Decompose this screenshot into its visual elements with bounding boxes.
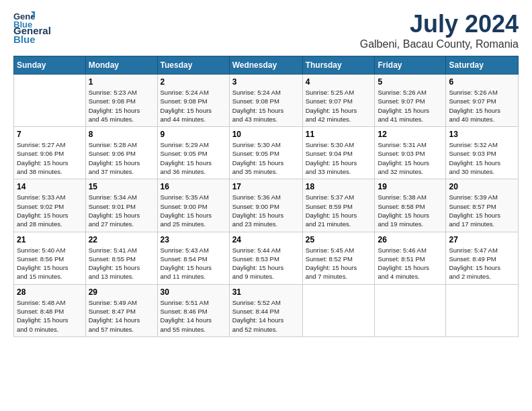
- day-number: 10: [232, 130, 300, 139]
- day-info: Sunrise: 5:52 AMSunset: 8:44 PMDaylight:…: [232, 298, 300, 334]
- calendar-cell: [302, 284, 375, 336]
- header-monday: Monday: [85, 56, 157, 75]
- week-row-3: 14Sunrise: 5:33 AMSunset: 9:02 PMDayligh…: [14, 179, 519, 232]
- day-info: Sunrise: 5:31 AMSunset: 9:03 PMDaylight:…: [378, 140, 443, 176]
- day-info: Sunrise: 5:28 AMSunset: 9:06 PMDaylight:…: [89, 140, 154, 176]
- day-info: Sunrise: 5:23 AMSunset: 9:08 PMDaylight:…: [89, 88, 154, 124]
- day-info: Sunrise: 5:43 AMSunset: 8:54 PMDaylight:…: [161, 246, 226, 281]
- calendar-cell: 6Sunrise: 5:26 AMSunset: 9:07 PMDaylight…: [446, 75, 519, 127]
- calendar-cell: 18Sunrise: 5:37 AMSunset: 8:59 PMDayligh…: [302, 179, 375, 232]
- calendar-cell: 17Sunrise: 5:36 AMSunset: 9:00 PMDayligh…: [229, 179, 302, 232]
- calendar-cell: 20Sunrise: 5:39 AMSunset: 8:57 PMDayligh…: [446, 179, 519, 232]
- logo: General Blue General Blue: [13, 10, 51, 45]
- day-number: 8: [89, 130, 154, 139]
- logo-blue: Blue: [13, 34, 51, 45]
- day-number: 2: [161, 77, 226, 87]
- day-number: 15: [89, 182, 154, 191]
- day-info: Sunrise: 5:25 AMSunset: 9:07 PMDaylight:…: [306, 88, 372, 124]
- day-number: 22: [89, 235, 154, 244]
- day-number: 18: [306, 182, 372, 191]
- calendar-cell: 21Sunrise: 5:40 AMSunset: 8:56 PMDayligh…: [14, 232, 86, 284]
- day-number: 26: [378, 235, 443, 244]
- title-section: July 2024 Galbeni, Bacau County, Romania: [360, 10, 519, 50]
- day-info: Sunrise: 5:32 AMSunset: 9:03 PMDaylight:…: [449, 140, 515, 176]
- calendar-cell: 22Sunrise: 5:41 AMSunset: 8:55 PMDayligh…: [85, 232, 157, 284]
- calendar-cell: 1Sunrise: 5:23 AMSunset: 9:08 PMDaylight…: [85, 75, 157, 127]
- day-info: Sunrise: 5:46 AMSunset: 8:51 PMDaylight:…: [378, 246, 443, 281]
- day-info: Sunrise: 5:49 AMSunset: 8:47 PMDaylight:…: [89, 298, 154, 334]
- week-row-2: 7Sunrise: 5:27 AMSunset: 9:06 PMDaylight…: [14, 127, 519, 179]
- calendar-cell: 5Sunrise: 5:26 AMSunset: 9:07 PMDaylight…: [375, 75, 446, 127]
- calendar-cell: 25Sunrise: 5:45 AMSunset: 8:52 PMDayligh…: [302, 232, 375, 284]
- day-number: 14: [17, 182, 83, 191]
- calendar-cell: 13Sunrise: 5:32 AMSunset: 9:03 PMDayligh…: [446, 127, 519, 179]
- day-number: 3: [232, 77, 300, 87]
- page-title: July 2024: [360, 10, 519, 38]
- calendar-cell: [375, 284, 446, 336]
- day-number: 24: [232, 235, 300, 244]
- day-info: Sunrise: 5:30 AMSunset: 9:04 PMDaylight:…: [306, 140, 372, 176]
- header: General Blue General Blue July 2024 Galb…: [13, 10, 519, 50]
- calendar-cell: 27Sunrise: 5:47 AMSunset: 8:49 PMDayligh…: [446, 232, 519, 284]
- day-number: 9: [161, 130, 226, 139]
- day-info: Sunrise: 5:47 AMSunset: 8:49 PMDaylight:…: [449, 246, 515, 281]
- calendar-cell: [14, 75, 86, 127]
- week-row-5: 28Sunrise: 5:48 AMSunset: 8:48 PMDayligh…: [14, 284, 519, 336]
- calendar-cell: 3Sunrise: 5:24 AMSunset: 9:08 PMDaylight…: [229, 75, 302, 127]
- day-number: 13: [449, 130, 515, 139]
- calendar-cell: 23Sunrise: 5:43 AMSunset: 8:54 PMDayligh…: [157, 232, 229, 284]
- calendar-cell: 19Sunrise: 5:38 AMSunset: 8:58 PMDayligh…: [375, 179, 446, 232]
- header-thursday: Thursday: [302, 56, 375, 75]
- calendar-cell: 12Sunrise: 5:31 AMSunset: 9:03 PMDayligh…: [375, 127, 446, 179]
- day-info: Sunrise: 5:38 AMSunset: 8:58 PMDaylight:…: [378, 193, 443, 228]
- day-info: Sunrise: 5:24 AMSunset: 9:08 PMDaylight:…: [232, 88, 300, 124]
- calendar-cell: 24Sunrise: 5:44 AMSunset: 8:53 PMDayligh…: [229, 232, 302, 284]
- calendar-cell: 10Sunrise: 5:30 AMSunset: 9:05 PMDayligh…: [229, 127, 302, 179]
- header-tuesday: Tuesday: [157, 56, 229, 75]
- day-number: 19: [378, 182, 443, 191]
- day-number: 31: [232, 287, 300, 297]
- day-number: 27: [449, 235, 515, 244]
- day-info: Sunrise: 5:44 AMSunset: 8:53 PMDaylight:…: [232, 246, 300, 281]
- calendar-cell: 16Sunrise: 5:35 AMSunset: 9:00 PMDayligh…: [157, 179, 229, 232]
- day-info: Sunrise: 5:40 AMSunset: 8:56 PMDaylight:…: [17, 246, 83, 281]
- day-number: 5: [378, 77, 443, 87]
- calendar-cell: [446, 284, 519, 336]
- calendar-cell: 11Sunrise: 5:30 AMSunset: 9:04 PMDayligh…: [302, 127, 375, 179]
- calendar-header-row: SundayMondayTuesdayWednesdayThursdayFrid…: [14, 56, 519, 75]
- day-info: Sunrise: 5:48 AMSunset: 8:48 PMDaylight:…: [17, 298, 83, 334]
- calendar-cell: 7Sunrise: 5:27 AMSunset: 9:06 PMDaylight…: [14, 127, 86, 179]
- day-number: 12: [378, 130, 443, 139]
- day-number: 29: [89, 287, 154, 297]
- day-info: Sunrise: 5:27 AMSunset: 9:06 PMDaylight:…: [17, 140, 83, 176]
- day-number: 23: [161, 235, 226, 244]
- calendar-cell: 8Sunrise: 5:28 AMSunset: 9:06 PMDaylight…: [85, 127, 157, 179]
- day-info: Sunrise: 5:36 AMSunset: 9:00 PMDaylight:…: [232, 193, 300, 228]
- calendar-cell: 30Sunrise: 5:51 AMSunset: 8:46 PMDayligh…: [157, 284, 229, 336]
- header-wednesday: Wednesday: [229, 56, 302, 75]
- day-info: Sunrise: 5:29 AMSunset: 9:05 PMDaylight:…: [161, 140, 226, 176]
- day-info: Sunrise: 5:26 AMSunset: 9:07 PMDaylight:…: [449, 88, 515, 124]
- day-info: Sunrise: 5:37 AMSunset: 8:59 PMDaylight:…: [306, 193, 372, 228]
- day-info: Sunrise: 5:34 AMSunset: 9:01 PMDaylight:…: [89, 193, 154, 228]
- week-row-4: 21Sunrise: 5:40 AMSunset: 8:56 PMDayligh…: [14, 232, 519, 284]
- day-number: 1: [89, 77, 154, 87]
- header-sunday: Sunday: [14, 56, 86, 75]
- calendar-cell: 28Sunrise: 5:48 AMSunset: 8:48 PMDayligh…: [14, 284, 86, 336]
- day-number: 17: [232, 182, 300, 191]
- header-saturday: Saturday: [446, 56, 519, 75]
- day-number: 6: [449, 77, 515, 87]
- day-info: Sunrise: 5:26 AMSunset: 9:07 PMDaylight:…: [378, 88, 443, 124]
- day-number: 21: [17, 235, 83, 244]
- calendar-cell: 2Sunrise: 5:24 AMSunset: 9:08 PMDaylight…: [157, 75, 229, 127]
- day-info: Sunrise: 5:41 AMSunset: 8:55 PMDaylight:…: [89, 246, 154, 281]
- header-friday: Friday: [375, 56, 446, 75]
- page-subtitle: Galbeni, Bacau County, Romania: [360, 38, 519, 50]
- calendar-cell: 14Sunrise: 5:33 AMSunset: 9:02 PMDayligh…: [14, 179, 86, 232]
- day-number: 20: [449, 182, 515, 191]
- calendar-cell: 9Sunrise: 5:29 AMSunset: 9:05 PMDaylight…: [157, 127, 229, 179]
- day-number: 4: [306, 77, 372, 87]
- day-number: 16: [161, 182, 226, 191]
- day-info: Sunrise: 5:24 AMSunset: 9:08 PMDaylight:…: [161, 88, 226, 124]
- main-container: General Blue General Blue July 2024 Galb…: [0, 0, 532, 344]
